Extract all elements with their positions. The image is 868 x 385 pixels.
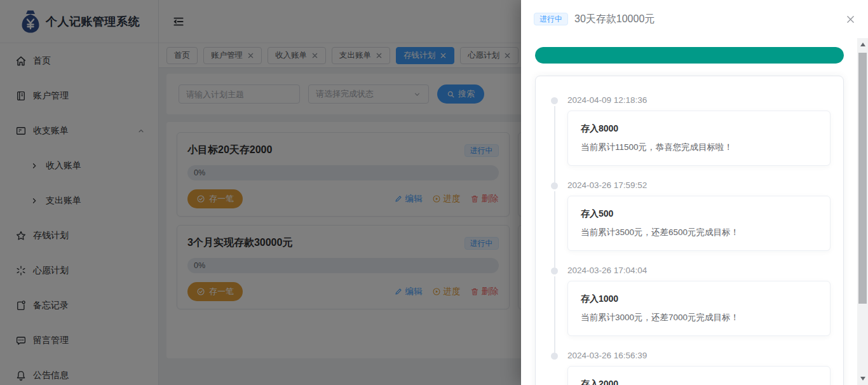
deposit-title: 存入1000: [581, 294, 817, 305]
timeline-timestamp: 2024-03-26 17:04:04: [567, 266, 831, 275]
timeline-item: 2024-03-26 17:04:04 存入1000 当前累计3000元，还差7…: [551, 266, 831, 336]
timeline-card: 存入8000 当前累计11500元，恭喜您完成目标啦！: [567, 111, 831, 166]
deposit-desc: 当前累计3000元，还差7000元完成目标！: [581, 312, 817, 323]
deposit-desc: 当前累计11500元，恭喜您完成目标啦！: [581, 142, 817, 153]
scrollbar-up-arrow[interactable]: [857, 39, 868, 50]
timeline-card: 存入1000 当前累计3000元，还差7000元完成目标！: [567, 281, 831, 336]
timeline-timestamp: 2024-03-26 16:56:39: [567, 351, 831, 360]
timeline-timestamp: 2024-04-09 12:18:36: [567, 95, 831, 105]
deposit-title: 存入500: [581, 208, 817, 220]
timeline-card: 存入2000: [567, 366, 831, 385]
drawer-title: 30天存款10000元: [574, 13, 846, 26]
goal-progress-bar: [535, 47, 844, 64]
drawer-header: 进行中 30天存款10000元: [521, 0, 868, 38]
progress-drawer: 进行中 30天存款10000元 2024-04-09 12:18:36 存入80…: [521, 0, 868, 385]
status-badge: 进行中: [534, 13, 568, 25]
scrollbar-track[interactable]: [857, 38, 868, 385]
deposit-title: 存入8000: [581, 123, 817, 135]
timeline-item: 2024-04-09 12:18:36 存入8000 当前累计11500元，恭喜…: [551, 95, 831, 166]
timeline-tail: [554, 106, 555, 182]
timeline-item: 2024-03-26 16:56:39 存入2000: [551, 351, 831, 385]
goal-progress-fill: [535, 47, 844, 64]
timeline-tail: [554, 276, 555, 353]
scrollbar-down-arrow[interactable]: [857, 373, 868, 384]
scrollbar-thumb[interactable]: [858, 53, 867, 304]
timeline-panel: 2024-04-09 12:18:36 存入8000 当前累计11500元，恭喜…: [535, 76, 844, 385]
timeline-dot-icon: [551, 267, 558, 274]
deposit-desc: 当前累计3500元，还差6500元完成目标！: [581, 227, 817, 238]
deposit-title: 存入2000: [581, 379, 817, 385]
timeline-card: 存入500 当前累计3500元，还差6500元完成目标！: [567, 196, 831, 251]
timeline-dot-icon: [551, 97, 558, 104]
drawer-body: 2024-04-09 12:18:36 存入8000 当前累计11500元，恭喜…: [521, 38, 857, 385]
timeline-tail: [554, 191, 555, 267]
timeline-item: 2024-03-26 17:59:52 存入500 当前累计3500元，还差65…: [551, 180, 831, 251]
close-icon[interactable]: [846, 15, 855, 24]
app-window: 个人记账管理系统 首页 账户管理 收支账单: [0, 0, 868, 385]
timeline-dot-icon: [551, 182, 558, 189]
timeline-timestamp: 2024-03-26 17:59:52: [567, 180, 831, 190]
timeline-dot-icon: [551, 353, 558, 360]
